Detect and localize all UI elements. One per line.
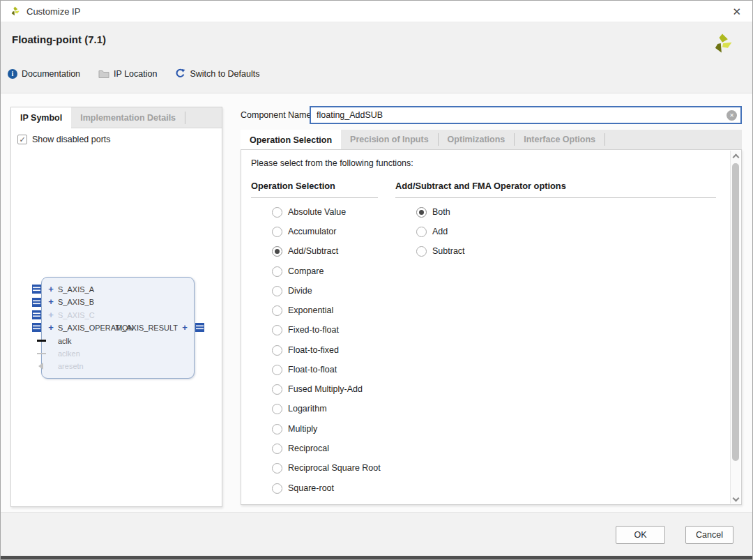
radio-label: Both <box>432 207 450 217</box>
checkbox-check-icon[interactable]: ✓ <box>17 135 27 144</box>
radio-accumulator[interactable]: Accumulator <box>272 226 336 237</box>
port-s-axis-a: + S_AXIS_A <box>47 285 94 294</box>
port-m-axis-result: M_AXIS_RESULT + <box>116 323 189 333</box>
scroll-up-icon[interactable] <box>733 153 738 158</box>
show-disabled-ports-checkbox[interactable]: ✓ Show disabled ports <box>17 135 111 144</box>
radio-fixed-to-float[interactable]: Fixed-to-float <box>272 324 339 335</box>
documentation-button[interactable]: i Documentation <box>8 69 80 79</box>
port-label: aclken <box>58 349 80 358</box>
ok-button[interactable]: OK <box>616 526 665 544</box>
tab-operation-selection[interactable]: Operation Selection <box>241 130 341 150</box>
radio-label: Absolute Value <box>288 207 346 217</box>
radio-label: Square-root <box>288 483 334 493</box>
radio-label: Accumulator <box>288 227 336 236</box>
component-name-input[interactable] <box>310 106 742 124</box>
scroll-down-icon[interactable] <box>733 494 738 499</box>
radio-float-to-float[interactable]: Float-to-float <box>272 364 337 375</box>
dialog-main: IP Symbol Implementation Details ✓ Show … <box>1 93 752 513</box>
radio-label: Fixed-to-float <box>288 325 339 335</box>
radio-multiply[interactable]: Multiply <box>272 423 317 434</box>
bus-icon <box>195 323 204 332</box>
bus-icon <box>32 298 41 307</box>
radio-icon[interactable] <box>272 305 282 316</box>
radio-square-root[interactable]: Square-root <box>272 483 334 494</box>
radio-fused-multiply-add[interactable]: Fused Multiply-Add <box>272 384 363 395</box>
clear-input-icon[interactable]: ✕ <box>727 110 737 121</box>
radio-logarithm[interactable]: Logarithm <box>272 403 327 414</box>
expand-port-icon[interactable]: + <box>181 324 189 332</box>
expand-port-icon[interactable]: + <box>47 298 55 306</box>
expand-port-icon[interactable]: + <box>47 285 55 294</box>
component-name-label: Component Name <box>241 110 311 120</box>
dialog-title: Customize IP <box>26 6 80 17</box>
radio-absolute-value[interactable]: Absolute Value <box>272 206 346 218</box>
radio-label: Multiply <box>288 424 317 434</box>
reset-stub-icon <box>35 363 43 370</box>
radio-reciprocal-square-root[interactable]: Reciprocal Square Root <box>272 462 381 474</box>
folder-icon <box>98 70 109 78</box>
radio-subtract[interactable]: Subtract <box>416 245 465 257</box>
radio-icon[interactable] <box>272 365 282 375</box>
tab-interface-options[interactable]: Interface Options <box>515 130 604 149</box>
radio-icon[interactable] <box>272 384 282 395</box>
radio-icon[interactable] <box>272 483 282 494</box>
radio-icon[interactable] <box>416 246 427 257</box>
scrollbar-thumb[interactable] <box>732 163 739 461</box>
radio-divide[interactable]: Divide <box>272 285 312 296</box>
tab-implementation-details[interactable]: Implementation Details <box>71 107 185 128</box>
radio-icon[interactable] <box>272 207 282 218</box>
switch-to-defaults-button[interactable]: Switch to Defaults <box>175 68 259 79</box>
operation-selection-group-header: Operation Selection <box>251 181 378 198</box>
radio-label: Compare <box>288 266 324 276</box>
radio-compare[interactable]: Compare <box>272 266 324 277</box>
addsub-fma-options-group-header: Add/Subtract and FMA Operator options <box>395 181 716 198</box>
radio-add[interactable]: Add <box>416 226 448 237</box>
radio-icon[interactable] <box>272 444 282 454</box>
radio-icon[interactable] <box>272 246 282 257</box>
radio-reciprocal[interactable]: Reciprocal <box>272 443 329 454</box>
expand-port-icon[interactable]: + <box>47 311 55 319</box>
dialog-footer: OK Cancel <box>1 512 752 556</box>
ip-symbol-block: + S_AXIS_A + S_AXIS_B + S_AXIS_C + S_AXI… <box>41 277 195 379</box>
info-icon: i <box>8 69 17 79</box>
port-label: aresetn <box>58 362 84 370</box>
window-bottom-edge <box>1 556 752 559</box>
dialog-toolbar: i Documentation IP Location Switch to De… <box>8 68 259 79</box>
radio-icon[interactable] <box>272 325 282 335</box>
radio-label: Logarithm <box>288 404 327 414</box>
radio-icon[interactable] <box>416 207 427 218</box>
operation-selection-panel: Please select from the following functio… <box>241 149 742 505</box>
clock-stub-icon <box>37 340 46 342</box>
radio-label: Subtract <box>432 246 465 256</box>
tab-separator <box>185 112 185 124</box>
radio-label: Reciprocal <box>288 444 329 453</box>
radio-add-subtract[interactable]: Add/Subtract <box>272 245 338 257</box>
vertical-scrollbar[interactable] <box>730 151 740 504</box>
ip-location-button[interactable]: IP Location <box>98 69 157 79</box>
radio-both[interactable]: Both <box>416 206 450 218</box>
port-s-axis-b: + S_AXIS_B <box>47 297 94 307</box>
show-disabled-ports-label: Show disabled ports <box>32 135 111 144</box>
radio-float-to-fixed[interactable]: Float-to-fixed <box>272 345 339 356</box>
cancel-button[interactable]: Cancel <box>685 526 733 544</box>
tab-precision-of-inputs[interactable]: Precision of Inputs <box>341 130 438 149</box>
radio-icon[interactable] <box>272 266 282 277</box>
radio-icon[interactable] <box>272 404 282 414</box>
radio-icon[interactable] <box>272 227 282 237</box>
radio-icon[interactable] <box>272 286 282 296</box>
port-label: aclk <box>58 337 72 345</box>
close-icon[interactable]: ✕ <box>729 5 744 18</box>
radio-exponential[interactable]: Exponential <box>272 305 333 316</box>
ip-symbol-panel: IP Symbol Implementation Details ✓ Show … <box>10 107 222 507</box>
radio-icon[interactable] <box>272 463 282 474</box>
radio-icon[interactable] <box>272 424 282 434</box>
port-aclken: aclken <box>47 349 80 358</box>
tab-optimizations[interactable]: Optimizations <box>439 130 515 149</box>
tab-ip-symbol[interactable]: IP Symbol <box>11 107 71 128</box>
refresh-icon <box>175 68 185 79</box>
radio-icon[interactable] <box>272 345 282 356</box>
dialog-titlebar[interactable]: Customize IP ✕ <box>1 1 752 22</box>
expand-port-icon[interactable]: + <box>47 324 55 332</box>
port-label: S_AXIS_B <box>58 298 94 306</box>
radio-icon[interactable] <box>416 227 427 237</box>
